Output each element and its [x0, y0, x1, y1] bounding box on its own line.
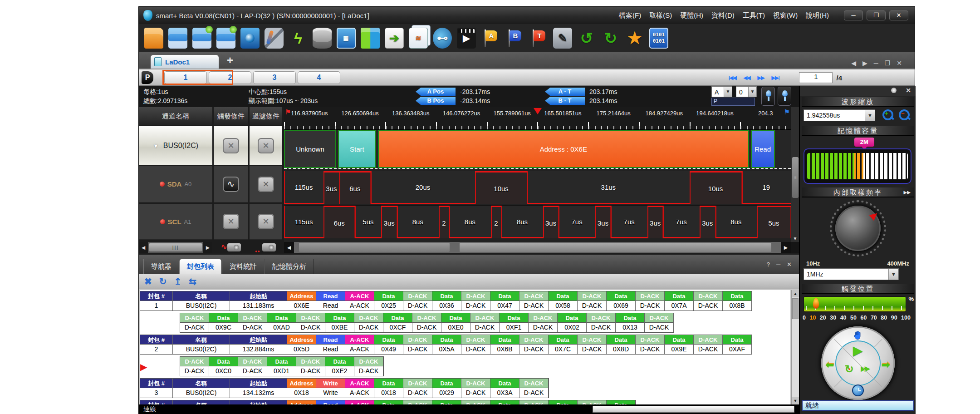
save-file-icon[interactable]: [168, 28, 187, 49]
packet-cell[interactable]: D-ACK D-ACK: [694, 335, 723, 354]
redo-icon[interactable]: ↻: [601, 28, 620, 49]
packet-cell[interactable]: Data 0X13: [616, 313, 645, 332]
packet-cell[interactable]: 封包 #: [140, 400, 173, 404]
sync-packet-icon[interactable]: ⇆: [189, 276, 196, 287]
packet-cell[interactable]: Data 0XC0: [209, 357, 238, 376]
packet-cell[interactable]: D-ACK D-ACK: [461, 291, 490, 310]
packet-cell[interactable]: D-ACK D-ACK: [461, 335, 490, 354]
bus-segment[interactable]: [775, 130, 791, 168]
packet-cell[interactable]: D-ACK D-ACK: [470, 313, 500, 332]
sda-filter-button[interactable]: ✕: [258, 177, 274, 192]
packet-cell[interactable]: D-ACK D-ACK: [519, 379, 549, 398]
tab-ladoc1[interactable]: LaDoc1: [151, 55, 219, 69]
bus-segment[interactable]: Start: [338, 130, 376, 168]
packet-cell[interactable]: Data 0X69: [607, 291, 636, 310]
packet-cell[interactable]: 名稱: [173, 400, 230, 404]
scroll-right-button[interactable]: ▶: [203, 242, 212, 253]
packet-cell[interactable]: D-ACK: [461, 400, 490, 404]
menu-item[interactable]: 檔案(F): [616, 10, 644, 21]
menu-item[interactable]: 工具(T): [740, 10, 768, 21]
packet-cell[interactable]: D-ACK D-ACK: [412, 313, 441, 332]
export-report-icon[interactable]: ➔: [385, 28, 404, 49]
scroll-right-button[interactable]: ▶: [781, 242, 791, 253]
bus-segment[interactable]: Read: [751, 130, 775, 168]
pin-panel-icon[interactable]: [891, 88, 897, 93]
docbar-control-button[interactable]: ─: [874, 59, 878, 67]
packet-cell[interactable]: A-ACK A-ACK: [345, 335, 374, 354]
trigger-lightning-icon[interactable]: ϟ: [289, 28, 308, 49]
bus-trigger-button[interactable]: ✕: [223, 138, 239, 153]
packet-cell[interactable]: Data 0XE0: [441, 313, 470, 332]
pin-marker-a-button[interactable]: [761, 87, 775, 106]
packet-cell[interactable]: Data 0X5A: [432, 335, 461, 354]
device-panel-icon[interactable]: ▦: [337, 28, 356, 49]
clock-icon[interactable]: [852, 384, 864, 396]
packet-cell[interactable]: D-ACK D-ACK: [578, 335, 607, 354]
packet-cell[interactable]: A-ACK A-ACK: [345, 291, 374, 310]
marker-value-select[interactable]: 0▼: [736, 86, 757, 97]
screen-capture-icon[interactable]: [240, 28, 260, 49]
replay-icon[interactable]: ↻: [845, 363, 854, 375]
flag-a-icon[interactable]: A: [481, 28, 500, 49]
packet-cell[interactable]: D-ACK D-ACK: [529, 313, 558, 332]
packet-cell[interactable]: D-ACK D-ACK: [180, 357, 209, 376]
panel-control-button[interactable]: ?: [767, 261, 770, 268]
zoom-in-icon[interactable]: +: [882, 109, 894, 121]
close-button[interactable]: ✕: [889, 10, 908, 20]
packet-cell[interactable]: Data 0X9C: [209, 313, 238, 332]
panel-control-button[interactable]: ✕: [787, 261, 792, 268]
sda-trigger-edge-button[interactable]: ∿: [223, 177, 239, 192]
collapse-triangle-icon[interactable]: ▼: [153, 143, 159, 149]
packet-cell[interactable]: D-ACK D-ACK: [180, 313, 209, 332]
packet-cell[interactable]: D-ACK D-ACK: [403, 379, 432, 398]
packet-cell[interactable]: D-ACK D-ACK: [403, 291, 432, 310]
b-pos-badge[interactable]: B Pos: [416, 97, 456, 105]
flag-t-icon[interactable]: T: [529, 28, 548, 49]
bus-connect-icon[interactable]: ⊷: [433, 28, 452, 49]
expand-icon[interactable]: ▶▶: [904, 187, 911, 197]
step-right-icon[interactable]: ➡: [882, 359, 890, 371]
packet-cell[interactable]: D-ACK D-ACK: [578, 291, 607, 310]
packet-cell[interactable]: D-ACK D-ACK: [636, 291, 665, 310]
memory-gauge[interactable]: [804, 148, 911, 184]
menu-item[interactable]: 資料(D): [708, 10, 738, 21]
scl-name-cell[interactable]: SCL A1: [139, 204, 212, 240]
a-t-badge[interactable]: A - T: [545, 88, 585, 96]
sda-name-cell[interactable]: SDA A0: [139, 166, 212, 203]
waveform-vertical-scrollbar[interactable]: ≡ ▼: [791, 107, 799, 242]
scrollbar-thumb[interactable]: ≡: [792, 157, 799, 198]
trigger-camera-icon[interactable]: [227, 243, 241, 251]
close-panel-icon[interactable]: ✕: [906, 87, 911, 94]
first-page-button[interactable]: |◀◀: [725, 73, 740, 83]
packet-cell[interactable]: D-ACK D-ACK: [461, 379, 490, 398]
packet-cell[interactable]: Data 0X6B: [490, 335, 519, 354]
packet-cell[interactable]: D-ACK D-ACK: [354, 313, 383, 332]
packet-cell[interactable]: Address 0X5D: [287, 335, 316, 354]
statistics-icon[interactable]: [361, 28, 380, 49]
packet-cell[interactable]: Data 0XF1: [500, 313, 529, 332]
page-button-4[interactable]: 4: [298, 71, 340, 84]
compare-documents-icon[interactable]: ≋: [409, 28, 428, 49]
packet-cell[interactable]: Address 0X18: [287, 379, 316, 398]
packet-cell[interactable]: D-ACK D-ACK: [238, 357, 267, 376]
packet-cell[interactable]: D-ACK D-ACK: [645, 313, 674, 332]
packet-cell[interactable]: Data 0X18: [374, 379, 403, 398]
tab-memory-analysis[interactable]: 記憶體分析: [265, 259, 314, 274]
column-header-filter-condition[interactable]: 過濾條件: [250, 107, 282, 125]
packet-cell[interactable]: Address: [287, 400, 316, 404]
column-header-trigger-condition[interactable]: 觸發條件: [214, 107, 248, 125]
save-settings-icon[interactable]: [216, 28, 235, 49]
delete-packet-icon[interactable]: ✖: [144, 276, 152, 287]
packet-cell[interactable]: D-ACK D-ACK: [519, 291, 549, 310]
packet-cell[interactable]: 名稱 BUS0(I2C): [173, 379, 230, 398]
hand-pan-icon[interactable]: [852, 330, 864, 344]
packet-cell[interactable]: D-ACK D-ACK: [354, 357, 383, 376]
play-icon[interactable]: ▶: [853, 344, 862, 358]
packet-cell[interactable]: Read: [316, 400, 345, 404]
open-file-icon[interactable]: [144, 28, 163, 49]
packet-cell[interactable]: 封包 # 1: [140, 291, 173, 310]
scrollbar-thumb[interactable]: [460, 243, 771, 252]
packet-cell[interactable]: 封包 # 2: [140, 335, 173, 354]
tab-navigator[interactable]: 導航器: [143, 259, 179, 274]
packet-cell[interactable]: Read Read: [316, 335, 345, 354]
